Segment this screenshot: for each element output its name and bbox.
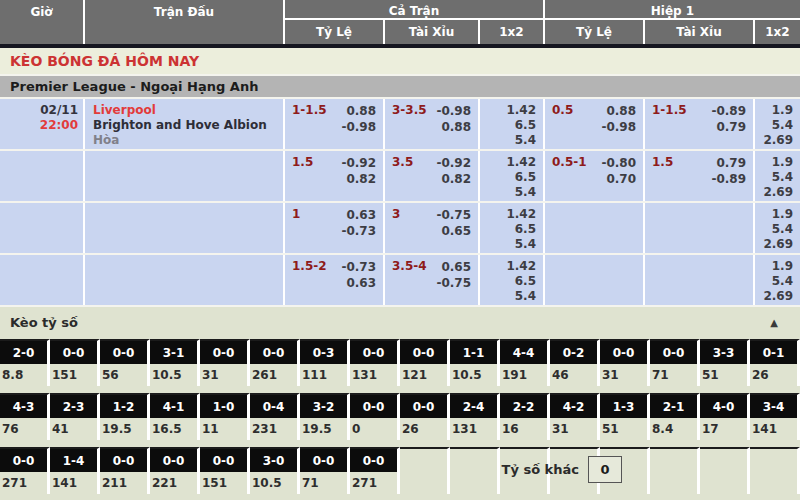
- odds-value: 1.42: [487, 259, 536, 274]
- page-title: KÈO BÓNG ĐÁ HÔM NAY: [0, 48, 800, 74]
- score-bet-cell[interactable]: 3-219.5: [300, 393, 350, 440]
- odds-value: 5.4: [487, 289, 536, 304]
- ft-overunder-odds-cell[interactable]: 3-3.5-0.980.88: [385, 99, 480, 149]
- score-bet-cell[interactable]: 0-0131: [350, 339, 400, 386]
- handicap-value: 1.5: [652, 155, 673, 169]
- h1-1x2-odds-cell[interactable]: 1.95.42.69: [755, 255, 800, 305]
- odds-value: 0.63: [292, 275, 376, 291]
- handicap-value: 3.5: [392, 155, 413, 169]
- other-score-box[interactable]: 0: [588, 456, 622, 483]
- odds-value: 2.69: [762, 289, 793, 304]
- score-bet-cell[interactable]: 2-341: [50, 393, 100, 440]
- ft-1x2-odds-cell[interactable]: 1.426.55.4: [480, 151, 545, 201]
- score-bet-cell[interactable]: 1-351: [600, 393, 650, 440]
- score-bet-cell[interactable]: 0-031: [600, 339, 650, 386]
- ft-overunder-odds-cell[interactable]: 3.5-40.65-0.75: [385, 255, 480, 305]
- score-bet-cell[interactable]: 4-4191: [500, 339, 550, 386]
- score-bet-cell[interactable]: 4-017: [700, 393, 750, 440]
- score-bet-cell[interactable]: 2-216: [500, 393, 550, 440]
- odds-value: 0.82: [392, 171, 471, 187]
- score-bet-cell[interactable]: 2-4131: [450, 393, 500, 440]
- header-half1-label: Hiệp 1: [545, 0, 800, 20]
- score-bet-cell[interactable]: 4-376: [0, 393, 50, 440]
- header-half1-group: Hiệp 1 Tỷ Lệ Tài Xỉu 1x2: [545, 0, 800, 44]
- ft-handicap-odds-cell[interactable]: 1-1.50.88-0.98: [285, 99, 385, 149]
- score-bet-cell[interactable]: 0-0151: [50, 339, 100, 386]
- h1-1x2-odds-cell[interactable]: 1.95.42.69: [755, 99, 800, 149]
- score-bet-cell[interactable]: 0-031: [200, 339, 250, 386]
- ft-handicap-odds-cell[interactable]: 1.5-0.920.82: [285, 151, 385, 201]
- ft-handicap-odds-cell[interactable]: 10.63-0.73: [285, 203, 385, 253]
- header-time-column: Giờ: [0, 0, 85, 44]
- h1-handicap-odds-cell[interactable]: 0.50.88-0.98: [545, 99, 645, 149]
- h1-handicap-odds-cell[interactable]: 0.5-1-0.800.70: [545, 151, 645, 201]
- score-bet-cell[interactable]: 3-351: [700, 339, 750, 386]
- score-row: 4-3762-3411-219.54-116.51-0110-42313-219…: [0, 393, 800, 440]
- score-bet-cell[interactable]: 1-011: [200, 393, 250, 440]
- score-bet-cell[interactable]: 1-110.5: [450, 339, 500, 386]
- away-team-link[interactable]: Brighton and Hove Albion: [93, 118, 275, 133]
- score-label: 0-0: [100, 341, 147, 364]
- score-bet-cell[interactable]: 0-126: [750, 339, 800, 386]
- h1-overunder-odds-cell[interactable]: 1.50.79-0.89: [645, 151, 755, 201]
- score-bet-cell[interactable]: 3-110.5: [150, 339, 200, 386]
- league-title: Premier League - Ngoại Hạng Anh: [0, 76, 800, 97]
- score-bet-cell[interactable]: 4-231: [550, 393, 600, 440]
- score-odds-value: 71: [650, 364, 697, 386]
- score-label: 1-4: [50, 449, 97, 472]
- score-label: 1-3: [600, 395, 647, 418]
- score-odds-value: 19.5: [100, 418, 147, 440]
- score-bet-cell[interactable]: 0-0271: [0, 447, 50, 494]
- ft-1x2-odds-cell[interactable]: 1.426.55.4: [480, 99, 545, 149]
- score-bet-cell[interactable]: 0-071: [300, 447, 350, 494]
- h1-1x2-odds-cell[interactable]: 1.95.42.69: [755, 203, 800, 253]
- score-bet-cell[interactable]: 0-026: [400, 393, 450, 440]
- odds-value: 1.42: [487, 103, 536, 118]
- score-bet-cell[interactable]: 2-18.4: [650, 393, 700, 440]
- ft-overunder-odds-cell[interactable]: 3-0.750.65: [385, 203, 480, 253]
- score-bet-cell[interactable]: 1-219.5: [100, 393, 150, 440]
- odds-row: 10.63-0.733-0.750.651.426.55.41.95.42.69: [0, 203, 800, 253]
- score-label: 3-0: [250, 449, 297, 472]
- header-ft-handicap: Tỷ Lệ: [285, 20, 385, 44]
- h1-1x2-odds-cell[interactable]: 1.95.42.69: [755, 151, 800, 201]
- score-odds-value: 10.5: [150, 364, 197, 386]
- ft-1x2-odds-cell[interactable]: 1.426.55.4: [480, 203, 545, 253]
- time-cell: 02/1122:00: [0, 99, 85, 149]
- score-bet-cell[interactable]: 0-246: [550, 339, 600, 386]
- score-bet-cell[interactable]: 0-071: [650, 339, 700, 386]
- score-bet-cell[interactable]: 1-4141: [50, 447, 100, 494]
- odds-value: 5.4: [487, 185, 536, 200]
- score-bet-cell[interactable]: 3-4141: [750, 393, 800, 440]
- score-bet-cell[interactable]: 0-0221: [150, 447, 200, 494]
- score-bet-cell[interactable]: 0-056: [100, 339, 150, 386]
- match-cell: [85, 151, 285, 201]
- score-bet-cell[interactable]: 0-0261: [250, 339, 300, 386]
- h1-overunder-odds-cell[interactable]: 1-1.5-0.890.79: [645, 99, 755, 149]
- score-label: 4-3: [0, 395, 47, 418]
- ft-handicap-odds-cell[interactable]: 1.5-2-0.730.63: [285, 255, 385, 305]
- score-bet-cell[interactable]: 0-00: [350, 393, 400, 440]
- odds-table-header: Giờ Trận Đấu Cả Trận Tỷ Lệ Tài Xỉu 1x2 H…: [0, 0, 800, 44]
- score-bet-cell[interactable]: 4-116.5: [150, 393, 200, 440]
- header-h1-overunder: Tài Xỉu: [645, 20, 755, 44]
- score-label: 0-1: [750, 341, 797, 364]
- header-h1-handicap: Tỷ Lệ: [545, 20, 645, 44]
- score-odds-value: 231: [250, 418, 297, 440]
- score-bet-cell[interactable]: 0-3111: [300, 339, 350, 386]
- score-bet-cell[interactable]: 0-4231: [250, 393, 300, 440]
- score-bet-cell[interactable]: 3-010.5: [250, 447, 300, 494]
- score-bet-cell[interactable]: 0-0151: [200, 447, 250, 494]
- score-bet-cell[interactable]: 0-0121: [400, 339, 450, 386]
- ft-1x2-odds-cell[interactable]: 1.426.55.4: [480, 255, 545, 305]
- h1-handicap-odds-cell: [545, 255, 645, 305]
- score-bet-cell[interactable]: 0-0211: [100, 447, 150, 494]
- odds-1x2-stack: 1.426.55.4: [480, 99, 543, 149]
- score-bet-cell[interactable]: 0-0271: [350, 447, 400, 494]
- home-team-link[interactable]: Liverpool: [93, 103, 275, 118]
- collapse-arrow-icon[interactable]: ▲: [770, 318, 778, 328]
- score-bet-cell[interactable]: 2-08.8: [0, 339, 50, 386]
- odds-value: 0.79: [652, 119, 746, 135]
- ft-overunder-odds-cell[interactable]: 3.5-0.920.82: [385, 151, 480, 201]
- odds-value: 5.4: [762, 274, 793, 289]
